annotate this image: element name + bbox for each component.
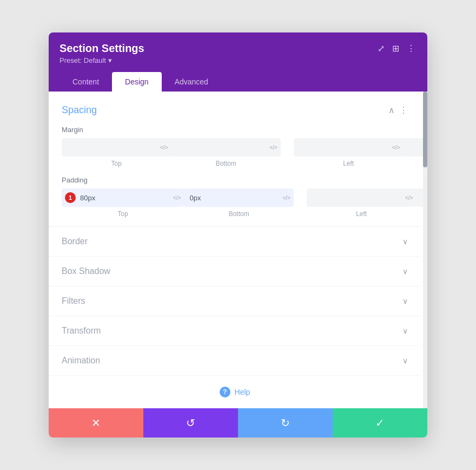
transform-section[interactable]: Transform ∨ [49,316,421,346]
margin-bottom-field: </> Bottom [171,138,280,167]
margin-top-link-icon[interactable]: </> [160,145,168,151]
save-button[interactable]: ✓ [333,408,427,438]
help-section[interactable]: ? Help [49,376,421,408]
padding-left-input-wrap: </> [307,188,416,207]
box-shadow-title: Box Shadow [62,266,110,276]
modal-body: Spacing ∧ ⋮ Margin </> [49,92,427,408]
preset-selector[interactable]: Preset: Default [60,56,144,64]
margin-top-input[interactable] [65,143,160,152]
filters-chevron-icon: ∨ [402,297,408,305]
padding-bottom-label: Bottom [184,210,293,218]
padding-badge: 1 [65,192,76,203]
tab-content[interactable]: Content [60,72,112,92]
spacing-title: Spacing [62,105,97,116]
padding-top-bottom-group: 1 </> Top </> [62,188,294,218]
section-settings-modal: Section Settings Preset: Default ⤢ ⊞ ⋮ C… [49,32,427,438]
expand-icon[interactable]: ⤢ [376,42,386,55]
header-title-group: Section Settings Preset: Default [60,42,144,64]
animation-section[interactable]: Animation ∨ [49,346,421,376]
padding-bottom-input-wrap: </> [184,188,293,207]
margin-bottom-link-icon[interactable]: </> [269,145,277,151]
filters-title: Filters [62,296,85,306]
margin-top-field: </> Top [62,138,171,167]
margin-bottom-label: Bottom [171,160,280,167]
redo-button[interactable]: ↻ [238,408,333,438]
modal-footer: ✕ ↺ ↻ ✓ [49,408,427,438]
header-actions: ⤢ ⊞ ⋮ [376,42,416,55]
filters-section[interactable]: Filters ∨ [49,286,421,316]
spacing-header-actions: ∧ ⋮ [388,105,408,115]
margin-left-input[interactable] [297,143,392,152]
tab-advanced[interactable]: Advanced [162,72,221,92]
animation-title: Animation [62,356,100,365]
margin-top-bottom-group: </> Top </> Bottom [62,138,281,167]
box-shadow-section[interactable]: Box Shadow ∨ [49,257,421,286]
padding-top-field: 1 </> Top [62,188,184,218]
padding-top-label: Top [62,210,184,218]
padding-left-label: Left [307,210,416,218]
undo-button[interactable]: ↺ [143,408,238,438]
padding-left-right-group: </> Left </> Right [307,188,427,218]
header-top: Section Settings Preset: Default ⤢ ⊞ ⋮ [60,42,416,64]
transform-title: Transform [62,326,101,336]
margin-group: Margin </> Top [62,126,408,167]
padding-bottom-field: </> Bottom [184,188,293,218]
margin-bottom-input-wrap: </> [171,138,280,156]
more-icon[interactable]: ⋮ [406,42,416,55]
padding-left-input[interactable] [310,194,405,202]
padding-left-field: </> Left [307,188,416,218]
border-section[interactable]: Border ∨ [49,227,421,257]
modal-title: Section Settings [60,42,144,55]
spacing-menu-icon[interactable]: ⋮ [399,105,408,115]
margin-left-field: </> Left [294,138,403,167]
padding-group: Padding 1 </> Top [62,176,408,218]
margin-left-input-wrap: </> [294,138,403,156]
margin-top-label: Top [62,160,171,167]
cancel-button[interactable]: ✕ [49,408,143,438]
body-content: Spacing ∧ ⋮ Margin </> [49,92,427,408]
padding-top-link-icon[interactable]: </> [173,195,181,201]
modal-header: Section Settings Preset: Default ⤢ ⊞ ⋮ C… [49,32,427,92]
spacing-section-header: Spacing ∧ ⋮ [62,105,408,116]
margin-label: Margin [62,126,408,134]
tab-design[interactable]: Design [112,72,162,92]
margin-fields-row: </> Top </> Bottom [62,138,408,167]
margin-left-right-group: </> Left </> Right [294,138,427,167]
spacing-collapse-icon[interactable]: ∧ [388,105,395,115]
spacing-section: Spacing ∧ ⋮ Margin </> [49,92,421,227]
border-title: Border [62,237,88,246]
animation-chevron-icon: ∨ [402,356,408,365]
margin-top-input-wrap: </> [62,138,171,156]
margin-left-label: Left [294,160,403,167]
padding-top-input-wrap: 1 </> [62,188,184,207]
transform-chevron-icon: ∨ [402,327,408,335]
padding-bottom-input[interactable] [187,194,282,202]
scrollbar-track [423,92,427,408]
box-shadow-chevron-icon: ∨ [402,267,408,276]
tabs: Content Design Advanced [60,72,416,92]
margin-bottom-input[interactable] [174,143,269,152]
border-chevron-icon: ∨ [402,237,408,246]
help-icon: ? [220,387,230,397]
help-label: Help [235,388,250,396]
padding-top-input[interactable] [78,194,173,202]
padding-fields-row: 1 </> Top </> [62,188,408,218]
margin-left-link-icon[interactable]: </> [392,145,400,151]
padding-label: Padding [62,176,408,184]
columns-icon[interactable]: ⊞ [391,42,400,55]
padding-left-link-icon[interactable]: </> [405,195,413,201]
padding-bottom-link-icon[interactable]: </> [282,195,290,201]
scrollbar-thumb[interactable] [423,92,427,167]
